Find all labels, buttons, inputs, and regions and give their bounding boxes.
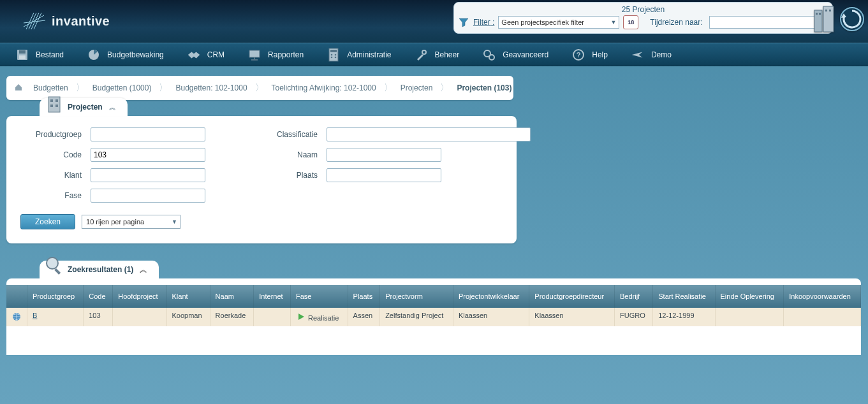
- input-naam[interactable]: [327, 148, 441, 162]
- crumb-1[interactable]: Budgetten (1000): [86, 76, 158, 100]
- svg-rect-4: [825, 10, 827, 11]
- col-einde-oplevering[interactable]: Einde Oplevering: [715, 285, 784, 308]
- input-plaats[interactable]: [327, 168, 441, 182]
- col-fase[interactable]: Fase: [290, 285, 348, 308]
- filter-box: 25 Projecten Filter : Geen projectspecif…: [453, 2, 833, 34]
- search-panel-title: Projecten: [68, 103, 103, 112]
- refresh-icon[interactable]: [839, 6, 865, 32]
- svg-rect-26: [50, 99, 53, 102]
- col-bedrijf[interactable]: Bedrijf: [614, 285, 652, 308]
- time-travel-label: Tijdreizen naar:: [650, 18, 702, 27]
- search-panel: Projecten ︽ Productgroep Classificatie C…: [6, 116, 517, 243]
- cell-fase: Realisatie: [308, 314, 339, 322]
- filter-select[interactable]: Geen projectspecifiek filter▼: [498, 16, 619, 29]
- col-start-realisatie[interactable]: Start Realisatie: [653, 285, 715, 308]
- svg-rect-11: [249, 50, 260, 57]
- rows-per-page-select[interactable]: 10 rijen per pagina▼: [82, 215, 180, 229]
- collapse-icon[interactable]: ︽: [109, 103, 116, 112]
- crumb-2[interactable]: Budgetten: 102-1000: [169, 76, 253, 100]
- chevron-right-icon: 〉: [254, 82, 265, 94]
- filter-link[interactable]: Filter :: [473, 18, 494, 27]
- col-productgroepdirecteur[interactable]: Productgroepdirecteur: [529, 285, 615, 308]
- nav-geavanceerd[interactable]: Geavanceerd: [471, 43, 560, 66]
- col-inkoopvoorwaarden[interactable]: Inkoopvoorwaarden: [784, 285, 861, 308]
- nav-bestand[interactable]: Bestand: [4, 43, 75, 66]
- cell-naam: Roerkade: [210, 308, 254, 326]
- building-icon: [45, 92, 64, 115]
- projects-count: 25 Projecten: [458, 5, 828, 14]
- nav-budgetbewaking[interactable]: Budgetbewaking: [75, 43, 175, 66]
- col-code[interactable]: Code: [84, 285, 113, 308]
- breadcrumb: Budgetten 〉 Budgetten (1000) 〉 Budgetten…: [6, 76, 513, 100]
- input-klant[interactable]: [91, 168, 205, 182]
- app-header: invantive 25 Projecten Filter : Geen pro…: [0, 0, 868, 43]
- nav-crm[interactable]: CRM: [175, 43, 236, 66]
- col-projectontwikkelaar[interactable]: Projectontwikkelaar: [453, 285, 529, 308]
- nav-administratie[interactable]: Administratie: [315, 43, 402, 66]
- nav-rapporten[interactable]: Rapporten: [236, 43, 315, 66]
- crumb-5: Projecten (103): [450, 76, 518, 100]
- presentation-icon: [247, 48, 261, 62]
- label-productgroep: Productgroep: [20, 130, 91, 139]
- svg-point-16: [331, 54, 333, 55]
- svg-rect-31: [54, 268, 61, 275]
- svg-rect-1: [823, 6, 834, 32]
- col-plaats[interactable]: Plaats: [348, 285, 380, 308]
- col-klant[interactable]: Klant: [166, 285, 210, 308]
- label-naam: Naam: [256, 150, 327, 159]
- chevron-right-icon: 〉: [383, 82, 394, 94]
- label-classificatie: Classificatie: [256, 130, 327, 139]
- col-productgroep[interactable]: Productgroep: [27, 285, 84, 308]
- col-hoofdproject[interactable]: Hoofdproject: [113, 285, 166, 308]
- col-naam[interactable]: Naam: [210, 285, 254, 308]
- col-icon[interactable]: [6, 285, 27, 308]
- svg-rect-15: [330, 50, 337, 52]
- crumb-3[interactable]: Toelichting Afwijking: 102-1000: [265, 76, 383, 100]
- label-fase: Fase: [20, 191, 91, 200]
- col-internet[interactable]: Internet: [254, 285, 291, 308]
- label-klant: Klant: [20, 171, 91, 180]
- svg-rect-29: [55, 105, 58, 107]
- cell-productgroep[interactable]: B: [33, 312, 37, 319]
- svg-point-20: [422, 50, 426, 54]
- crumb-4[interactable]: Projecten: [394, 76, 439, 100]
- input-classificatie[interactable]: [327, 127, 531, 141]
- svg-point-18: [331, 56, 333, 58]
- cell-internet: [254, 308, 291, 326]
- collapse-icon[interactable]: ︽: [140, 264, 147, 275]
- cell-projectontwikkelaar: Klaassen: [453, 308, 529, 326]
- nav-help[interactable]: ? Help: [560, 43, 619, 66]
- table-row[interactable]: B 103 Koopman Roerkade Realisatie Assen …: [6, 308, 861, 326]
- logo: invantive: [22, 9, 110, 34]
- results-panel-title: Zoekresultaten (1): [68, 265, 133, 274]
- svg-rect-0: [814, 10, 822, 32]
- calendar-icon[interactable]: 18: [623, 15, 638, 29]
- col-projectvorm[interactable]: Projectvorm: [380, 285, 453, 308]
- time-travel-input[interactable]: [709, 16, 818, 29]
- search-button[interactable]: Zoeken: [20, 214, 75, 229]
- label-plaats: Plaats: [256, 171, 327, 180]
- input-code[interactable]: [91, 148, 205, 162]
- calculator-icon: [327, 48, 341, 62]
- results-panel-tab: Zoekresultaten (1) ︽: [40, 261, 159, 278]
- svg-point-30: [47, 257, 58, 269]
- svg-text:?: ?: [577, 51, 581, 59]
- search-form: Productgroep Classificatie Code Naam Kla…: [20, 127, 503, 203]
- help-icon: ?: [571, 48, 585, 62]
- chevron-right-icon: 〉: [158, 82, 169, 94]
- cell-bedrijf: FUGRO: [614, 308, 652, 326]
- tools-icon: [415, 48, 429, 62]
- chevron-right-icon: 〉: [75, 82, 86, 94]
- cell-code: 103: [84, 308, 113, 326]
- nav-demo[interactable]: Demo: [619, 43, 683, 66]
- nav-beheer[interactable]: Beheer: [403, 43, 471, 66]
- svg-rect-3: [819, 13, 821, 15]
- input-productgroep[interactable]: [91, 127, 205, 141]
- buildings-icon: [813, 4, 836, 34]
- handshake-icon: [187, 48, 201, 62]
- label-code: Code: [20, 150, 91, 159]
- input-fase[interactable]: [91, 189, 205, 203]
- content-area: Budgetten 〉 Budgetten (1000) 〉 Budgetten…: [0, 66, 868, 355]
- globe-icon[interactable]: [11, 312, 22, 322]
- cell-plaats: Assen: [348, 308, 380, 326]
